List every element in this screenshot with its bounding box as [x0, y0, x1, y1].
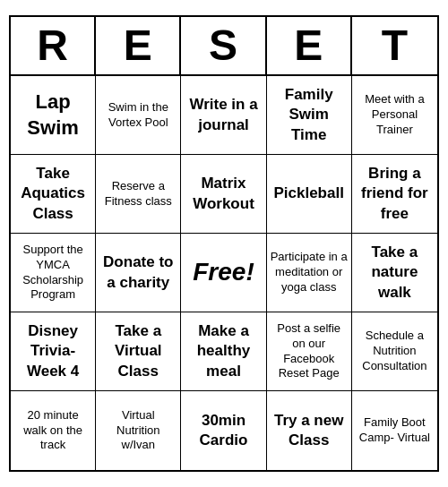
- bingo-cell-23[interactable]: Try a new Class: [267, 391, 352, 470]
- bingo-cell-0[interactable]: Lap Swim: [11, 76, 96, 155]
- bingo-cell-20[interactable]: 20 minute walk on the track: [11, 391, 96, 470]
- header-letter-E: E: [96, 17, 181, 74]
- bingo-card: RESET Lap SwimSwim in the Vortex PoolWri…: [9, 15, 439, 472]
- bingo-cell-7[interactable]: Matrix Workout: [181, 155, 266, 234]
- bingo-cell-6[interactable]: Reserve a Fitness class: [96, 155, 181, 234]
- bingo-cell-13[interactable]: Participate in a meditation or yoga clas…: [267, 234, 352, 312]
- bingo-cell-18[interactable]: Post a selfie on our Facebook Reset Page: [267, 312, 352, 391]
- header-letter-S: S: [181, 17, 266, 74]
- bingo-cell-14[interactable]: Take a nature walk: [352, 234, 437, 312]
- bingo-cell-22[interactable]: 30min Cardio: [181, 391, 266, 470]
- header-letter-T: T: [352, 17, 437, 74]
- bingo-cell-3[interactable]: Family Swim Time: [267, 76, 352, 155]
- bingo-cell-21[interactable]: Virtual Nutrition w/Ivan: [96, 391, 181, 470]
- header-letter-E: E: [267, 17, 352, 74]
- bingo-cell-19[interactable]: Schedule a Nutrition Consultation: [352, 312, 437, 391]
- bingo-cell-10[interactable]: Support the YMCA Scholarship Program: [11, 234, 96, 312]
- bingo-cell-12[interactable]: Free!: [181, 234, 266, 312]
- bingo-grid: Lap SwimSwim in the Vortex PoolWrite in …: [11, 76, 437, 470]
- bingo-cell-11[interactable]: Donate to a charity: [96, 234, 181, 312]
- bingo-cell-5[interactable]: Take Aquatics Class: [11, 155, 96, 234]
- bingo-cell-8[interactable]: Pickleball: [267, 155, 352, 234]
- header-letter-R: R: [11, 17, 96, 74]
- bingo-header: RESET: [11, 17, 437, 76]
- bingo-cell-1[interactable]: Swim in the Vortex Pool: [96, 76, 181, 155]
- bingo-cell-9[interactable]: Bring a friend for free: [352, 155, 437, 234]
- bingo-cell-4[interactable]: Meet with a Personal Trainer: [352, 76, 437, 155]
- bingo-cell-15[interactable]: Disney Trivia- Week 4: [11, 312, 96, 391]
- bingo-cell-2[interactable]: Write in a journal: [181, 76, 266, 155]
- bingo-cell-24[interactable]: Family Boot Camp- Virtual: [352, 391, 437, 470]
- bingo-cell-17[interactable]: Make a healthy meal: [181, 312, 266, 391]
- bingo-cell-16[interactable]: Take a Virtual Class: [96, 312, 181, 391]
